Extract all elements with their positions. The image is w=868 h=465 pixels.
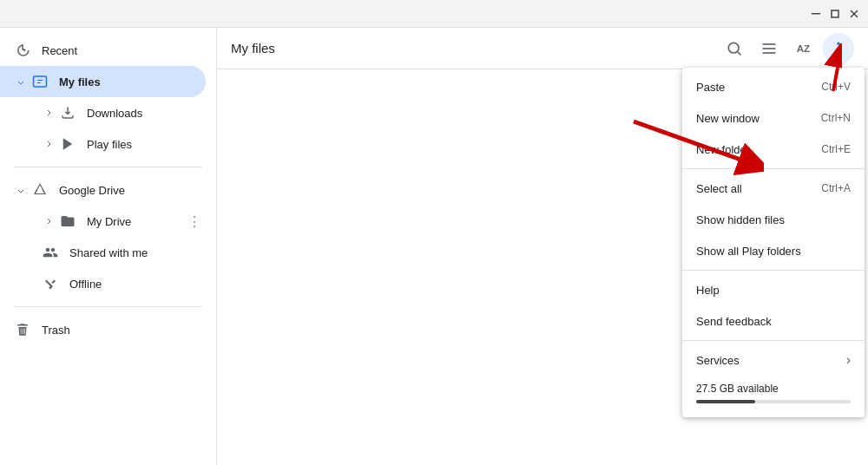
list-view-button[interactable] — [753, 33, 785, 64]
sidebar-item-play-files-label: Play files — [87, 138, 132, 151]
close-button[interactable] — [847, 7, 861, 21]
menu-item-new-folder[interactable]: New folder Ctrl+E — [682, 134, 865, 165]
menu-send-feedback-label: Send feedback — [696, 315, 772, 328]
sidebar-item-shared-with-me-label: Shared with me — [69, 246, 148, 259]
svg-rect-4 — [34, 76, 47, 87]
google-drive-expand-arrow[interactable] — [14, 184, 28, 198]
menu-item-paste[interactable]: Paste Ctrl+V — [682, 71, 865, 102]
svg-line-8 — [738, 51, 741, 55]
menu-show-all-play-label: Show all Play folders — [696, 245, 801, 258]
svg-rect-11 — [763, 52, 776, 54]
sidebar-item-my-files-label: My files — [59, 75, 101, 88]
menu-item-new-window[interactable]: New window Ctrl+N — [682, 102, 865, 134]
menu-paste-shortcut: Ctrl+V — [821, 81, 851, 93]
svg-rect-10 — [763, 48, 776, 49]
svg-point-7 — [728, 43, 739, 53]
menu-select-all-label: Select all — [696, 182, 742, 195]
play-files-icon — [59, 135, 76, 153]
my-drive-icon — [59, 213, 76, 230]
restore-button[interactable] — [828, 7, 842, 21]
play-files-expand-arrow[interactable] — [42, 137, 56, 151]
menu-help-label: Help — [696, 284, 720, 297]
svg-point-13 — [837, 42, 839, 44]
sidebar-item-trash-label: Trash — [42, 324, 70, 337]
downloads-icon — [59, 104, 76, 121]
my-files-icon — [31, 73, 49, 90]
storage-bar-fill — [696, 400, 755, 403]
search-button[interactable] — [719, 33, 750, 64]
header-actions: AZ — [719, 33, 854, 64]
window-controls — [809, 7, 861, 21]
menu-item-send-feedback[interactable]: Send feedback — [682, 305, 865, 337]
menu-item-services[interactable]: Services › — [682, 344, 865, 376]
sidebar-item-play-files[interactable]: Play files — [0, 128, 206, 160]
sidebar: Recent My files Downloads — [0, 28, 217, 465]
sidebar-item-offline[interactable]: Offline — [0, 268, 206, 299]
my-drive-expand-arrow[interactable] — [42, 214, 56, 228]
menu-select-all-shortcut: Ctrl+A — [821, 182, 851, 194]
sidebar-item-my-drive[interactable]: My Drive ⋮ — [0, 206, 206, 237]
sidebar-item-recent-label: Recent — [42, 44, 77, 57]
svg-point-15 — [837, 52, 839, 55]
menu-divider-2 — [682, 270, 865, 271]
menu-item-help[interactable]: Help — [682, 274, 865, 305]
sidebar-item-recent[interactable]: Recent — [0, 35, 206, 66]
header: My files AZ — [217, 28, 868, 69]
menu-paste-label: Paste — [696, 81, 725, 94]
menu-item-show-hidden[interactable]: Show hidden files — [682, 204, 865, 235]
svg-rect-0 — [812, 13, 820, 15]
trash-icon — [14, 321, 31, 338]
google-drive-icon — [31, 181, 49, 199]
sidebar-item-offline-label: Offline — [69, 278, 102, 291]
window-chrome — [0, 0, 868, 28]
storage-section: 27.5 GB available — [682, 376, 865, 414]
menu-new-folder-label: New folder — [696, 143, 750, 156]
sidebar-item-google-drive-label: Google Drive — [59, 184, 125, 197]
svg-rect-1 — [832, 10, 838, 17]
sidebar-item-my-drive-label: My Drive — [87, 215, 131, 228]
divider-2 — [14, 306, 202, 307]
menu-divider-1 — [682, 168, 865, 169]
downloads-expand-arrow[interactable] — [42, 106, 56, 120]
sort-button[interactable]: AZ — [788, 33, 819, 64]
svg-text:AZ: AZ — [797, 43, 811, 54]
menu-show-hidden-label: Show hidden files — [696, 213, 785, 226]
sidebar-item-shared-with-me[interactable]: Shared with me — [0, 237, 206, 268]
minimize-button[interactable] — [809, 7, 823, 21]
header-title: My files — [231, 41, 719, 56]
menu-item-show-all-play[interactable]: Show all Play folders — [682, 235, 865, 266]
services-arrow: › — [846, 352, 851, 368]
my-drive-dots[interactable]: ⋮ — [187, 213, 202, 230]
sidebar-item-downloads[interactable]: Downloads — [0, 97, 206, 128]
svg-rect-9 — [763, 43, 776, 45]
sidebar-item-google-drive[interactable]: Google Drive — [0, 174, 206, 206]
my-files-expand-arrow[interactable] — [14, 75, 28, 89]
menu-new-window-shortcut: Ctrl+N — [821, 112, 851, 124]
recent-icon — [14, 42, 31, 59]
svg-marker-5 — [63, 138, 73, 150]
menu-new-folder-shortcut: Ctrl+E — [821, 143, 851, 155]
divider-1 — [14, 167, 202, 167]
sidebar-item-downloads-label: Downloads — [87, 107, 142, 120]
shared-with-me-icon — [42, 244, 59, 261]
menu-services-label: Services — [696, 354, 740, 367]
menu-divider-3 — [682, 340, 865, 341]
menu-new-window-label: New window — [696, 112, 760, 125]
sidebar-item-trash[interactable]: Trash — [0, 314, 206, 345]
dropdown-menu: Paste Ctrl+V New window Ctrl+N New folde… — [682, 68, 865, 417]
menu-item-select-all[interactable]: Select all Ctrl+A — [682, 173, 865, 204]
storage-text: 27.5 GB available — [696, 383, 851, 395]
offline-icon — [42, 275, 59, 292]
svg-point-6 — [49, 286, 52, 289]
storage-bar-bg — [696, 400, 851, 403]
sidebar-item-my-files[interactable]: My files — [0, 66, 206, 97]
more-options-button[interactable] — [823, 33, 854, 64]
svg-point-14 — [837, 47, 839, 49]
